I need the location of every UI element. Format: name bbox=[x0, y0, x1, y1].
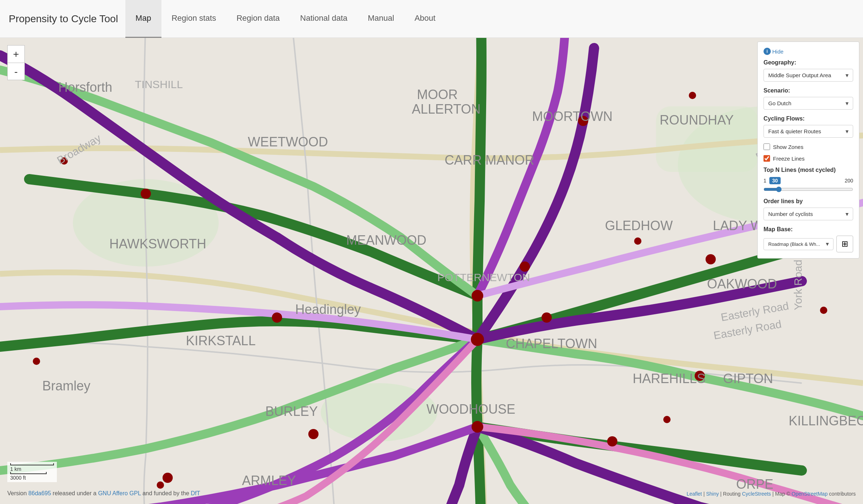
scenario-select[interactable]: Go Dutch Government Target Gender Equali… bbox=[764, 97, 853, 110]
slider-row: 1 30 200 bbox=[764, 177, 853, 184]
svg-text:York Road: York Road bbox=[792, 260, 804, 310]
cycling-flows-label: Cycling Flows: bbox=[764, 115, 853, 122]
leaflet-link[interactable]: Leaflet bbox=[687, 491, 702, 497]
version-info: Version 86da695 released under a GNU Aff… bbox=[7, 490, 200, 497]
scale-bar: 1 km 3000 ft bbox=[7, 462, 57, 482]
svg-text:TINSHILL: TINSHILL bbox=[135, 78, 183, 90]
version-hash-link[interactable]: 86da695 bbox=[28, 490, 51, 496]
svg-point-20 bbox=[820, 307, 827, 314]
contributors-text: contributors bbox=[829, 491, 856, 497]
svg-point-9 bbox=[141, 189, 151, 199]
cycling-flows-select[interactable]: Fast & quieter Routes Fastest Route Quie… bbox=[764, 125, 853, 138]
version-text: Version bbox=[7, 490, 27, 496]
layers-icon: ⊞ bbox=[841, 239, 848, 249]
layers-button[interactable]: ⊞ bbox=[836, 236, 853, 252]
hide-label: Hide bbox=[772, 48, 784, 55]
top-n-label: Top N Lines (most cycled) bbox=[764, 167, 853, 173]
scenario-select-wrapper: Go Dutch Government Target Gender Equali… bbox=[764, 97, 853, 110]
tab-region-stats[interactable]: Region stats bbox=[161, 0, 226, 38]
svg-point-5 bbox=[471, 333, 484, 346]
scale-line-1km bbox=[10, 463, 54, 465]
svg-text:HAREHILLS: HAREHILLS bbox=[633, 371, 706, 386]
svg-point-19 bbox=[663, 416, 671, 423]
svg-point-18 bbox=[634, 237, 641, 245]
app-title: Propensity to Cycle Tool bbox=[9, 13, 118, 25]
svg-point-22 bbox=[33, 358, 40, 365]
zoom-controls: + - bbox=[7, 45, 25, 80]
tab-region-data[interactable]: Region data bbox=[226, 0, 290, 38]
right-panel: i Hide Geography: Middle Super Output Ar… bbox=[757, 42, 859, 259]
map-base-row: Roadmap (Black & Wh... Roadmap Satellite… bbox=[764, 236, 853, 252]
svg-text:GIPTON: GIPTON bbox=[723, 371, 773, 386]
order-lines-select-wrapper: Number of cyclists Percent cycling Lengt… bbox=[764, 208, 853, 220]
svg-point-8 bbox=[272, 312, 282, 323]
svg-text:Bramley: Bramley bbox=[42, 378, 90, 393]
map-base-select-wrapper: Roadmap (Black & Wh... Roadmap Satellite… bbox=[764, 238, 833, 250]
map-svg: Horsforth TINSHILL MOOR ALLERTON MOORTOW… bbox=[0, 38, 863, 504]
freeze-lines-label[interactable]: Freeze Lines bbox=[773, 155, 805, 162]
info-icon: i bbox=[764, 48, 771, 55]
svg-text:KIRKSTALL: KIRKSTALL bbox=[186, 333, 255, 348]
svg-text:POTTERNEWTON: POTTERNEWTON bbox=[437, 271, 530, 283]
svg-point-7 bbox=[472, 421, 483, 433]
funded-text: and funded by the bbox=[142, 490, 189, 496]
geography-label: Geography: bbox=[764, 59, 853, 66]
attribution: Leaflet | Shiny | Routing CycleStreets |… bbox=[687, 491, 856, 497]
show-zones-row: Show Zones bbox=[764, 143, 853, 150]
hide-button[interactable]: i Hide bbox=[764, 48, 853, 55]
svg-point-12 bbox=[542, 312, 552, 323]
svg-point-13 bbox=[607, 436, 617, 446]
map-base-select[interactable]: Roadmap (Black & Wh... Roadmap Satellite bbox=[764, 238, 833, 250]
osm-link[interactable]: OpenStreetMap bbox=[792, 491, 828, 497]
top-n-slider[interactable] bbox=[764, 186, 853, 192]
geography-select[interactable]: Middle Super Output Area Local Authority bbox=[764, 69, 853, 82]
svg-text:WOODHOUSE: WOODHOUSE bbox=[426, 402, 515, 417]
cycling-flows-select-wrapper: Fast & quieter Routes Fastest Route Quie… bbox=[764, 125, 853, 138]
header: Propensity to Cycle Tool Map Region stat… bbox=[0, 0, 863, 38]
map-base-label: Map Base: bbox=[764, 226, 853, 233]
svg-point-6 bbox=[472, 290, 483, 302]
tab-about[interactable]: About bbox=[404, 0, 446, 38]
svg-text:KILLINGBECK: KILLINGBECK bbox=[789, 413, 863, 428]
tab-manual[interactable]: Manual bbox=[358, 0, 404, 38]
svg-text:MOORTOWN: MOORTOWN bbox=[532, 109, 613, 124]
order-lines-select[interactable]: Number of cyclists Percent cycling Lengt… bbox=[764, 208, 853, 220]
order-lines-label: Order lines by bbox=[764, 198, 853, 205]
tab-map[interactable]: Map bbox=[125, 0, 161, 38]
zoom-out-button[interactable]: - bbox=[7, 63, 25, 80]
scenario-label: Scenario: bbox=[764, 87, 853, 94]
funder-link[interactable]: DfT bbox=[191, 490, 200, 496]
svg-text:CHAPELTOWN: CHAPELTOWN bbox=[506, 336, 597, 351]
svg-point-15 bbox=[308, 429, 319, 439]
tab-national-data[interactable]: National data bbox=[290, 0, 358, 38]
freeze-lines-row: Freeze Lines bbox=[764, 155, 853, 162]
svg-text:MEANWOOD: MEANWOOD bbox=[346, 233, 426, 248]
license-link[interactable]: GNU Affero GPL bbox=[98, 490, 141, 496]
slider-min-label: 1 bbox=[764, 178, 766, 184]
zoom-in-button[interactable]: + bbox=[7, 45, 25, 63]
svg-text:BURLEY: BURLEY bbox=[265, 404, 318, 419]
map-container: Horsforth TINSHILL MOOR ALLERTON MOORTOW… bbox=[0, 38, 863, 504]
show-zones-checkbox[interactable] bbox=[764, 143, 770, 150]
geography-select-wrapper: Middle Super Output Area Local Authority… bbox=[764, 69, 853, 82]
cyclesteets-link[interactable]: CycleStreets bbox=[742, 491, 771, 497]
svg-text:ORPE: ORPE bbox=[736, 477, 773, 492]
slider-current-value: 30 bbox=[769, 177, 781, 184]
svg-point-16 bbox=[163, 473, 173, 483]
svg-point-24 bbox=[706, 254, 716, 264]
svg-text:ROUNDHAY: ROUNDHAY bbox=[660, 113, 734, 127]
freeze-lines-checkbox[interactable] bbox=[764, 155, 770, 162]
shiny-link[interactable]: Shiny bbox=[706, 491, 719, 497]
svg-text:MOOR: MOOR bbox=[417, 87, 458, 102]
svg-text:Headingley: Headingley bbox=[295, 302, 361, 317]
scale-label-3000ft: 3000 ft bbox=[10, 475, 54, 481]
svg-text:WEETWOOD: WEETWOOD bbox=[248, 134, 328, 149]
show-zones-label[interactable]: Show Zones bbox=[773, 144, 803, 150]
svg-text:HAWKSWORTH: HAWKSWORTH bbox=[109, 236, 206, 251]
svg-text:ALLERTON: ALLERTON bbox=[412, 102, 481, 117]
scale-line-3000ft bbox=[10, 472, 47, 474]
svg-text:ARMLEY: ARMLEY bbox=[242, 473, 296, 488]
svg-text:Horsforth: Horsforth bbox=[58, 80, 112, 95]
svg-text:CARR MANOR: CARR MANOR bbox=[445, 153, 534, 168]
svg-point-11 bbox=[520, 261, 530, 272]
